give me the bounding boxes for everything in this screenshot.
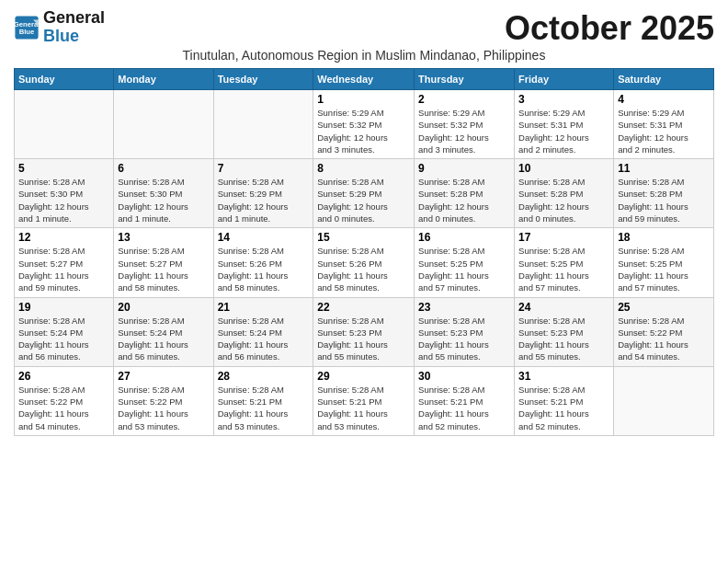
col-header-monday: Monday <box>114 69 213 90</box>
day-number: 6 <box>118 162 209 175</box>
day-info: Sunrise: 5:28 AMSunset: 5:24 PMDaylight:… <box>218 315 310 363</box>
day-cell: 12Sunrise: 5:28 AMSunset: 5:27 PMDayligh… <box>15 228 114 297</box>
day-cell: 24Sunrise: 5:28 AMSunset: 5:23 PMDayligh… <box>515 297 614 366</box>
day-cell: 3Sunrise: 5:29 AMSunset: 5:31 PMDaylight… <box>515 90 614 159</box>
day-number: 18 <box>618 231 710 244</box>
day-number: 22 <box>317 301 410 314</box>
day-info: Sunrise: 5:28 AMSunset: 5:26 PMDaylight:… <box>218 245 310 293</box>
logo: General Blue General Blue <box>14 9 105 46</box>
page: General Blue General Blue October 2025 T… <box>0 0 728 445</box>
day-number: 17 <box>518 231 609 244</box>
day-cell: 13Sunrise: 5:28 AMSunset: 5:27 PMDayligh… <box>114 228 213 297</box>
day-info: Sunrise: 5:28 AMSunset: 5:25 PMDaylight:… <box>618 245 710 293</box>
day-cell <box>15 90 114 159</box>
day-number: 28 <box>218 370 310 383</box>
day-info: Sunrise: 5:28 AMSunset: 5:23 PMDaylight:… <box>317 315 410 363</box>
day-info: Sunrise: 5:29 AMSunset: 5:31 PMDaylight:… <box>618 107 710 155</box>
day-cell <box>114 90 213 159</box>
logo-line1: General <box>43 8 105 27</box>
day-number: 27 <box>118 370 209 383</box>
day-cell: 6Sunrise: 5:28 AMSunset: 5:30 PMDaylight… <box>114 159 213 228</box>
subtitle: Tinutulan, Autonomous Region in Muslim M… <box>14 48 714 63</box>
day-number: 14 <box>218 231 310 244</box>
week-row-2: 5Sunrise: 5:28 AMSunset: 5:30 PMDaylight… <box>15 159 714 228</box>
day-cell: 9Sunrise: 5:28 AMSunset: 5:28 PMDaylight… <box>415 159 515 228</box>
day-cell: 31Sunrise: 5:28 AMSunset: 5:21 PMDayligh… <box>515 366 614 435</box>
day-info: Sunrise: 5:29 AMSunset: 5:32 PMDaylight:… <box>317 107 410 155</box>
day-number: 29 <box>317 370 410 383</box>
day-info: Sunrise: 5:29 AMSunset: 5:31 PMDaylight:… <box>518 107 609 155</box>
day-cell: 21Sunrise: 5:28 AMSunset: 5:24 PMDayligh… <box>213 297 313 366</box>
day-cell: 23Sunrise: 5:28 AMSunset: 5:23 PMDayligh… <box>415 297 515 366</box>
header-right: October 2025 <box>505 9 714 48</box>
week-row-4: 19Sunrise: 5:28 AMSunset: 5:24 PMDayligh… <box>15 297 714 366</box>
col-header-friday: Friday <box>515 69 614 90</box>
day-number: 30 <box>418 370 510 383</box>
day-cell: 29Sunrise: 5:28 AMSunset: 5:21 PMDayligh… <box>313 366 415 435</box>
day-cell: 16Sunrise: 5:28 AMSunset: 5:25 PMDayligh… <box>415 228 515 297</box>
month-title: October 2025 <box>505 9 714 48</box>
week-row-5: 26Sunrise: 5:28 AMSunset: 5:22 PMDayligh… <box>15 366 714 435</box>
logo-icon: General Blue <box>14 15 40 40</box>
day-number: 31 <box>518 370 609 383</box>
day-cell: 14Sunrise: 5:28 AMSunset: 5:26 PMDayligh… <box>213 228 313 297</box>
day-info: Sunrise: 5:28 AMSunset: 5:29 PMDaylight:… <box>317 176 410 224</box>
day-info: Sunrise: 5:28 AMSunset: 5:28 PMDaylight:… <box>418 176 510 224</box>
col-header-wednesday: Wednesday <box>313 69 415 90</box>
day-info: Sunrise: 5:29 AMSunset: 5:32 PMDaylight:… <box>418 107 510 155</box>
day-number: 13 <box>118 231 209 244</box>
day-info: Sunrise: 5:28 AMSunset: 5:28 PMDaylight:… <box>618 176 710 224</box>
day-cell: 2Sunrise: 5:29 AMSunset: 5:32 PMDaylight… <box>415 90 515 159</box>
calendar-table: SundayMondayTuesdayWednesdayThursdayFrid… <box>14 68 714 436</box>
day-number: 19 <box>18 301 109 314</box>
day-cell: 19Sunrise: 5:28 AMSunset: 5:24 PMDayligh… <box>15 297 114 366</box>
day-info: Sunrise: 5:28 AMSunset: 5:21 PMDaylight:… <box>218 384 310 432</box>
day-number: 10 <box>518 162 609 175</box>
week-row-3: 12Sunrise: 5:28 AMSunset: 5:27 PMDayligh… <box>15 228 714 297</box>
day-cell: 28Sunrise: 5:28 AMSunset: 5:21 PMDayligh… <box>213 366 313 435</box>
day-number: 20 <box>118 301 209 314</box>
day-number: 3 <box>518 93 609 106</box>
day-info: Sunrise: 5:28 AMSunset: 5:30 PMDaylight:… <box>118 176 209 224</box>
day-info: Sunrise: 5:28 AMSunset: 5:21 PMDaylight:… <box>518 384 609 432</box>
day-info: Sunrise: 5:28 AMSunset: 5:25 PMDaylight:… <box>418 245 510 293</box>
day-cell: 4Sunrise: 5:29 AMSunset: 5:31 PMDaylight… <box>614 90 714 159</box>
day-cell: 30Sunrise: 5:28 AMSunset: 5:21 PMDayligh… <box>415 366 515 435</box>
day-number: 11 <box>618 162 710 175</box>
day-info: Sunrise: 5:28 AMSunset: 5:25 PMDaylight:… <box>518 245 609 293</box>
day-number: 7 <box>218 162 310 175</box>
day-info: Sunrise: 5:28 AMSunset: 5:28 PMDaylight:… <box>518 176 609 224</box>
day-info: Sunrise: 5:28 AMSunset: 5:26 PMDaylight:… <box>317 245 410 293</box>
day-number: 8 <box>317 162 410 175</box>
day-cell <box>614 366 714 435</box>
logo-text: General Blue <box>43 9 105 46</box>
day-cell: 17Sunrise: 5:28 AMSunset: 5:25 PMDayligh… <box>515 228 614 297</box>
day-number: 25 <box>618 301 710 314</box>
day-info: Sunrise: 5:28 AMSunset: 5:21 PMDaylight:… <box>317 384 410 432</box>
day-cell: 25Sunrise: 5:28 AMSunset: 5:22 PMDayligh… <box>614 297 714 366</box>
day-cell: 27Sunrise: 5:28 AMSunset: 5:22 PMDayligh… <box>114 366 213 435</box>
day-number: 26 <box>18 370 109 383</box>
day-info: Sunrise: 5:28 AMSunset: 5:27 PMDaylight:… <box>18 245 109 293</box>
day-cell: 5Sunrise: 5:28 AMSunset: 5:30 PMDaylight… <box>15 159 114 228</box>
day-number: 24 <box>518 301 609 314</box>
day-info: Sunrise: 5:28 AMSunset: 5:30 PMDaylight:… <box>18 176 109 224</box>
day-info: Sunrise: 5:28 AMSunset: 5:22 PMDaylight:… <box>118 384 209 432</box>
day-number: 16 <box>418 231 510 244</box>
col-header-thursday: Thursday <box>415 69 515 90</box>
week-row-1: 1Sunrise: 5:29 AMSunset: 5:32 PMDaylight… <box>15 90 714 159</box>
day-number: 9 <box>418 162 510 175</box>
day-info: Sunrise: 5:28 AMSunset: 5:21 PMDaylight:… <box>418 384 510 432</box>
day-number: 4 <box>618 93 710 106</box>
day-number: 12 <box>18 231 109 244</box>
day-cell: 10Sunrise: 5:28 AMSunset: 5:28 PMDayligh… <box>515 159 614 228</box>
logo-line2: Blue <box>43 27 79 45</box>
day-info: Sunrise: 5:28 AMSunset: 5:29 PMDaylight:… <box>218 176 310 224</box>
col-header-sunday: Sunday <box>15 69 114 90</box>
day-number: 21 <box>218 301 310 314</box>
header-row: SundayMondayTuesdayWednesdayThursdayFrid… <box>15 69 714 90</box>
day-cell: 1Sunrise: 5:29 AMSunset: 5:32 PMDaylight… <box>313 90 415 159</box>
day-info: Sunrise: 5:28 AMSunset: 5:22 PMDaylight:… <box>18 384 109 432</box>
day-cell: 22Sunrise: 5:28 AMSunset: 5:23 PMDayligh… <box>313 297 415 366</box>
day-info: Sunrise: 5:28 AMSunset: 5:23 PMDaylight:… <box>518 315 609 363</box>
